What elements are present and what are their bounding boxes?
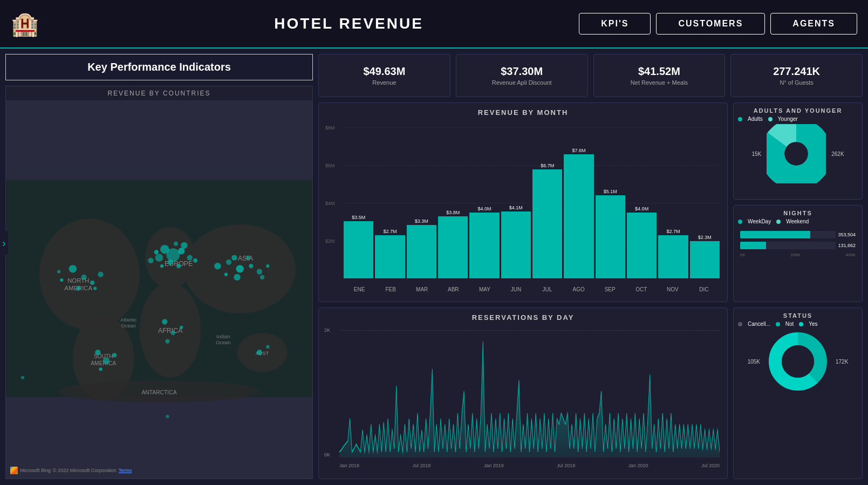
bar-value-oct: $4.0M: [635, 206, 648, 211]
x-label-jul: JUL: [531, 286, 563, 292]
svg-point-44: [266, 264, 269, 268]
kpi-apli-value: $37.30M: [501, 65, 543, 78]
kpi-title: Key Performance Indicators: [5, 54, 313, 80]
weekday-bar-bg: [740, 242, 836, 249]
svg-point-53: [95, 350, 100, 355]
svg-point-30: [174, 242, 178, 246]
map-terms-link[interactable]: Terms: [119, 468, 132, 473]
status-donut-svg: [766, 329, 830, 394]
bar-dic: $2.3M: [690, 235, 720, 278]
nights-bars: 353,504 131,662 0K 200K 400K: [738, 227, 858, 262]
svg-point-37: [249, 264, 253, 268]
res-x-jul2020: Jul 2020: [701, 463, 720, 468]
logo-area: 🏨: [11, 11, 119, 37]
x-label-jun: JUN: [500, 286, 531, 292]
tab-customers[interactable]: CUSTOMERS: [656, 13, 765, 35]
bar-value-dic: $2.3M: [698, 235, 712, 240]
bar-jul: $6.7M: [532, 163, 562, 278]
bar-value-sep: $5.1M: [604, 189, 617, 194]
bar-rect-sep: [596, 195, 625, 278]
kpi-card-apli-discount: $37.30M Revenue Apli Discount: [456, 54, 588, 97]
svg-point-38: [257, 269, 262, 274]
svg-point-25: [155, 254, 163, 261]
bar-abr: $3.8M: [438, 210, 468, 278]
tab-agents[interactable]: AGENTS: [770, 13, 857, 35]
kpi-net-value: $41.52M: [638, 65, 680, 78]
weekend-dot: [776, 220, 781, 224]
bar-jun: $4.1M: [501, 205, 531, 278]
nav-arrow-left[interactable]: ›: [0, 231, 8, 254]
bing-logo: [10, 467, 18, 474]
left-panel: Key Performance Indicators REVENUE BY CO…: [5, 54, 313, 479]
adults-chart-title: ADULTS AND YOUNGER: [738, 107, 858, 114]
grid-line-1: [343, 127, 720, 128]
world-map-svg: NORTH AMERICA SOUTH AMERICA EUROPE AFRIC…: [6, 100, 312, 476]
svg-text:ANTARCTICA: ANTARCTICA: [141, 390, 176, 395]
bar-rect-ago: [564, 154, 593, 278]
weekend-bar-bg: [740, 231, 836, 238]
kpi-card-revenue: $49.63M Revenue: [318, 54, 450, 97]
header: 🏨 HOTEL REVENUE KPI'S CUSTOMERS AGENTS: [0, 0, 868, 49]
weekend-bar-value: 353,504: [838, 232, 856, 237]
map-svg-area: NORTH AMERICA SOUTH AMERICA EUROPE AFRIC…: [6, 100, 312, 476]
weekday-bar-row: 131,662: [740, 242, 856, 249]
reservations-svg: [339, 325, 720, 457]
svg-point-40: [246, 256, 250, 260]
pie-right-label: 262K: [831, 151, 844, 157]
svg-point-59: [171, 331, 175, 335]
x-label-may: MAY: [469, 286, 500, 292]
tab-kpis[interactable]: KPI'S: [579, 13, 651, 35]
nights-legend: WeekDay Weekend: [738, 218, 858, 224]
bar-value-jul: $6.7M: [541, 163, 554, 168]
adults-label: Adults: [748, 116, 763, 122]
res-x-jul2018: Jul 2018: [412, 463, 430, 468]
svg-point-41: [224, 273, 228, 276]
pie-left-label: 15K: [751, 151, 761, 157]
res-x-jul2019: Jul 2019: [557, 463, 575, 468]
bar-rect-nov: [658, 235, 688, 279]
svg-point-27: [187, 255, 193, 261]
svg-point-58: [162, 319, 167, 324]
svg-point-22: [166, 248, 180, 262]
svg-text:Ocean: Ocean: [121, 323, 136, 329]
younger-label: Younger: [778, 116, 798, 122]
kpi-card-guests: 277.241K N° of Guests: [730, 54, 863, 97]
revenue-chart-title: REVENUE BY MONTH: [324, 108, 722, 117]
svg-point-33: [148, 258, 153, 263]
weekday-label: WeekDay: [748, 218, 771, 224]
svg-text:Ocean: Ocean: [216, 340, 230, 345]
svg-point-31: [193, 258, 197, 263]
svg-point-60: [180, 326, 183, 329]
revenue-by-month-chart: REVENUE BY MONTH $8M $6M $4M $2M $3.5M$2…: [318, 103, 728, 302]
nights-chart-title: NIGHTS: [738, 210, 858, 216]
adults-legend: Adults Younger: [738, 116, 858, 122]
x-label-ene: ENE: [344, 286, 375, 292]
bar-value-abr: $3.8M: [446, 210, 460, 215]
weekend-bar-row: 353,504: [740, 231, 856, 238]
svg-point-62: [257, 350, 262, 355]
bar-rect-jun: [501, 211, 531, 278]
svg-point-24: [167, 259, 173, 265]
not-label: Not: [785, 321, 794, 327]
younger-dot: [768, 117, 773, 121]
pie-container: 15K 262K: [738, 124, 858, 183]
y-label-6m: $6M: [325, 163, 335, 168]
nights-axis-400: 400K: [845, 252, 856, 257]
hotel-icon: 🏨: [11, 11, 39, 37]
svg-text:Indian: Indian: [216, 334, 230, 339]
x-label-oct: OCT: [626, 286, 657, 292]
status-right-label: 172K: [836, 359, 848, 365]
reservations-chart: RESERVATIONS BY DAY 2K 0K: [318, 308, 728, 479]
nights-chart: NIGHTS WeekDay Weekend 353,504: [733, 205, 863, 302]
yes-dot: [799, 322, 803, 326]
microsoft-bing-label: Microsoft Bing: [20, 468, 51, 473]
map-label: REVENUE BY COUNTRIES: [6, 86, 312, 100]
cancelled-label: Cancell...: [748, 321, 770, 327]
bar-ene: $3.5M: [344, 215, 373, 278]
svg-point-50: [76, 286, 80, 290]
reservations-title: RESERVATIONS BY DAY: [324, 313, 722, 322]
svg-point-34: [214, 263, 221, 269]
status-chart: STATUS Cancell... Not Yes 105K: [733, 308, 863, 479]
y-label-4m: $4M: [325, 201, 335, 206]
cancelled-dot: [738, 322, 742, 326]
